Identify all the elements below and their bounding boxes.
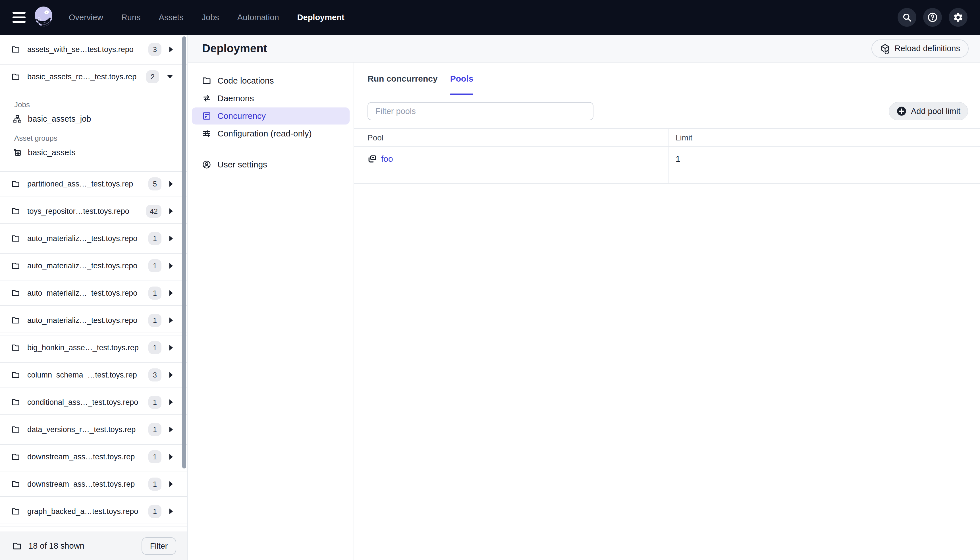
count-badge: 1 (148, 287, 161, 300)
primary-nav-link[interactable]: Assets (159, 13, 184, 22)
code-location-name: data_versions_r…_test.toys.rep (27, 425, 145, 434)
secondary-nav-divider (194, 149, 347, 149)
plus-circle-icon (897, 106, 907, 116)
expand-chevron-icon[interactable] (170, 208, 173, 214)
folder-icon (12, 371, 20, 379)
count-badge: 5 (148, 177, 161, 190)
dagster-logo[interactable] (33, 5, 54, 30)
sidebar-filter-button[interactable]: Filter (141, 537, 176, 555)
count-badge: 2 (146, 70, 159, 83)
folder-icon (12, 343, 20, 352)
folder-icon (12, 398, 20, 407)
sidebar-scrollbar[interactable] (182, 37, 186, 468)
code-location-row[interactable]: downstream_ass…test.toys.rep 1 (0, 472, 187, 497)
filter-pools-input[interactable] (368, 102, 594, 120)
column-header-pool: Pool (354, 129, 669, 147)
code-location-row[interactable]: auto_materializ…_test.toys.repo 1 (0, 253, 187, 278)
expand-chevron-icon[interactable] (170, 318, 173, 323)
asset-group-icon (13, 148, 22, 157)
expand-chevron-icon[interactable] (170, 47, 173, 52)
hamburger-menu-icon[interactable] (13, 12, 26, 23)
concurrency-icon (202, 112, 211, 120)
code-location-name: partitioned_ass…_test.toys.rep (27, 180, 145, 188)
folder-icon (12, 316, 20, 325)
topnav-actions (898, 8, 967, 27)
add-pool-limit-button[interactable]: Add pool limit (889, 102, 968, 120)
pools-table-header: Pool Limit (354, 129, 980, 147)
sidebar-footer: 18 of 18 shown Filter (0, 532, 187, 560)
folder-icon (13, 542, 22, 551)
asset-groups-section-label: Asset groups (0, 132, 187, 144)
settings-button[interactable] (949, 8, 967, 27)
code-location-row[interactable]: long_asset_keys…_test.toys.rep 1 (0, 526, 187, 532)
expand-chevron-icon[interactable] (170, 181, 173, 187)
page-title: Deployment (202, 42, 267, 55)
expand-chevron-icon[interactable] (170, 236, 173, 241)
code-location-row[interactable]: partitioned_ass…_test.toys.rep 5 (0, 172, 187, 197)
expand-chevron-icon[interactable] (170, 481, 173, 487)
expand-chevron-icon[interactable] (170, 508, 173, 514)
folder-icon (12, 207, 20, 215)
code-location-row[interactable]: graph_backed_a…test.toys.repo 1 (0, 499, 187, 524)
count-badge: 1 (148, 314, 161, 327)
folder-icon (12, 262, 20, 270)
code-location-row[interactable]: auto_materializ…_test.toys.repo 1 (0, 308, 187, 333)
code-location-name: big_honkin_asse…_test.toys.rep (27, 343, 145, 352)
expand-chevron-icon[interactable] (170, 345, 173, 350)
code-location-name: conditional_ass…_test.toys.repo (27, 398, 145, 407)
sidebar-item-job[interactable]: basic_assets_job (0, 111, 187, 127)
primary-nav-link[interactable]: Deployment (297, 13, 344, 22)
code-location-row[interactable]: column_schema_…test.toys.rep 3 (0, 362, 187, 387)
folder-icon (202, 76, 211, 85)
search-button[interactable] (898, 8, 916, 27)
asset-group-name: basic_assets (28, 148, 76, 157)
sliders-icon (202, 129, 211, 138)
folder-icon (12, 507, 20, 516)
code-location-row[interactable]: toys_repositor…test.toys.repo 42 (0, 199, 187, 224)
folder-icon (12, 45, 20, 54)
expand-chevron-icon[interactable] (170, 454, 173, 460)
sidebar-item-user-settings[interactable]: User settings (192, 156, 349, 173)
code-location-row[interactable]: assets_with_se…test.toys.repo 3 (0, 37, 187, 62)
count-badge: 1 (148, 232, 161, 245)
expand-chevron-icon[interactable] (170, 263, 173, 268)
code-location-name: auto_materializ…_test.toys.repo (27, 316, 145, 325)
code-location-row[interactable]: downstream_ass…test.toys.rep 1 (0, 444, 187, 469)
help-button[interactable] (923, 8, 942, 27)
count-badge: 1 (148, 450, 161, 463)
tab-run-concurrency[interactable]: Run concurrency (368, 63, 438, 95)
primary-nav-link[interactable]: Overview (69, 13, 103, 22)
primary-nav-link[interactable]: Runs (121, 13, 141, 22)
code-location-row[interactable]: auto_materializ…_test.toys.repo 1 (0, 280, 187, 306)
sidebar-item-configuration[interactable]: Configuration (read-only) (192, 125, 349, 142)
code-location-row[interactable]: data_versions_r…_test.toys.rep 1 (0, 417, 187, 442)
expand-chevron-icon[interactable] (170, 372, 173, 378)
expand-chevron-icon[interactable] (167, 75, 173, 78)
sidebar-item-daemons[interactable]: Daemons (192, 90, 349, 107)
folder-icon (12, 453, 20, 461)
pool-name-link[interactable]: foo (381, 154, 393, 164)
pool-icon (368, 154, 377, 163)
code-location-row[interactable]: basic_assets_re…_test.toys.rep 2 (0, 64, 187, 89)
page-header: Deployment Reload definitions (188, 35, 980, 63)
expand-chevron-icon[interactable] (170, 427, 173, 432)
expand-chevron-icon[interactable] (170, 399, 173, 405)
primary-nav-link[interactable]: Jobs (202, 13, 219, 22)
column-header-limit: Limit (669, 129, 980, 147)
code-location-name: downstream_ass…test.toys.rep (27, 480, 145, 488)
sidebar-item-asset-group[interactable]: basic_assets (0, 144, 187, 160)
primary-nav-link[interactable]: Automation (237, 13, 279, 22)
sidebar-item-code-locations[interactable]: Code locations (192, 72, 349, 89)
code-location-row[interactable]: big_honkin_asse…_test.toys.rep 1 (0, 335, 187, 360)
table-row: foo 1 (354, 147, 980, 183)
code-location-row[interactable]: auto_materializ…_test.toys.repo 1 (0, 226, 187, 251)
expand-chevron-icon[interactable] (170, 290, 173, 296)
count-badge: 1 (148, 396, 161, 409)
code-location-name: auto_materializ…_test.toys.repo (27, 262, 145, 270)
sidebar-item-concurrency[interactable]: Concurrency (192, 107, 349, 125)
code-location-sidebar: assets_with_se…test.toys.repo 3 basic_as… (0, 35, 188, 560)
code-location-row[interactable]: conditional_ass…_test.toys.repo 1 (0, 390, 187, 415)
job-icon (13, 115, 22, 123)
reload-definitions-button[interactable]: Reload definitions (872, 40, 968, 58)
tab-pools[interactable]: Pools (450, 63, 474, 95)
